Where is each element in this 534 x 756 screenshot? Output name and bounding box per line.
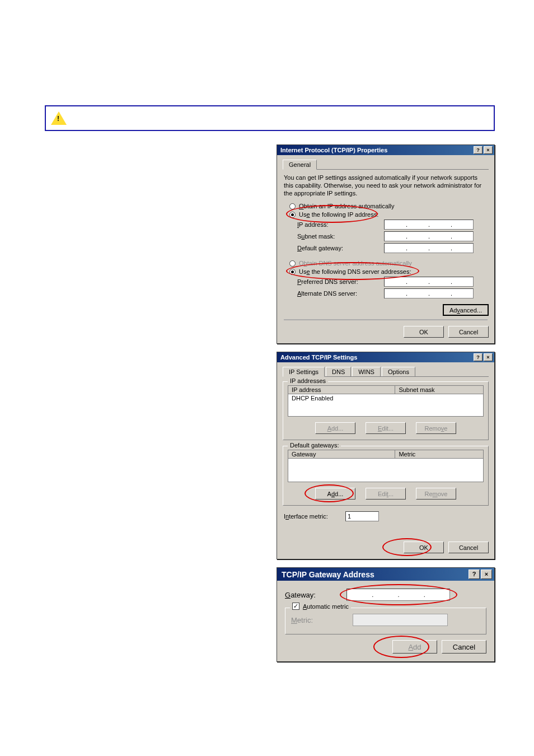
tcpip-properties-dialog: Internet Protocol (TCP/IP) Properties ? … <box>277 144 495 344</box>
ok-button[interactable]: OK <box>404 326 444 338</box>
gw-remove-button: Remove <box>416 488 456 500</box>
ok-button[interactable]: OK <box>404 542 444 553</box>
warning-icon <box>50 110 67 127</box>
label-interface-metric: Interface metric: <box>284 513 345 520</box>
col-subnet-mask: Subnet mask <box>395 386 483 394</box>
gw-edit-button: Edit... <box>366 488 406 500</box>
tab-general[interactable]: General <box>283 160 317 170</box>
dialog1-description: You can get IP settings assigned automat… <box>284 174 488 197</box>
cancel-button[interactable]: Cancel <box>442 640 486 654</box>
dialog1-title: Internet Protocol (TCP/IP) Properties <box>280 147 387 153</box>
input-preferred-dns[interactable]: ... <box>384 277 474 287</box>
label-subnet-mask: Subnet mask: <box>297 233 384 240</box>
radio-use-following-dns[interactable] <box>289 269 296 275</box>
input-alternate-dns[interactable]: ... <box>384 288 474 298</box>
label-obtain-ip-auto: OObtain an IP address automaticallybtain… <box>299 203 394 209</box>
dialog3-titlebar: TCP/IP Gateway Address ? × <box>277 568 494 581</box>
help-icon[interactable]: ? <box>469 570 480 579</box>
warning-bar <box>45 105 495 131</box>
gw-add-button[interactable]: Add... <box>315 488 355 500</box>
gateway-address-dialog: TCP/IP Gateway Address ? × Gateway: ... … <box>277 567 495 662</box>
radio-use-following-ip[interactable] <box>289 212 296 218</box>
input-ip-address[interactable]: ... <box>384 220 474 230</box>
advanced-tcpip-dialog: Advanced TCP/IP Settings ? × IP Settings… <box>277 352 495 559</box>
radio-obtain-ip-auto[interactable] <box>289 203 296 209</box>
dialog3-title: TCP/IP Gateway Address <box>282 570 374 579</box>
input-metric <box>353 614 448 626</box>
input-default-gateway[interactable]: ... <box>384 243 474 253</box>
help-icon[interactable]: ? <box>474 146 483 154</box>
add-button[interactable]: Add <box>392 640 437 654</box>
close-icon[interactable]: × <box>481 570 492 579</box>
checkbox-automatic-metric[interactable] <box>292 603 299 610</box>
label-alternate-dns: Alternate DNS server: <box>297 290 384 297</box>
dialog2-titlebar: Advanced TCP/IP Settings ? × <box>277 352 494 362</box>
input-interface-metric[interactable] <box>345 511 379 521</box>
label-use-following-ip: Use the following IP address: <box>299 211 378 218</box>
close-icon[interactable]: × <box>484 146 493 154</box>
ip-add-button: Add... <box>315 422 355 434</box>
help-icon[interactable]: ? <box>474 353 483 361</box>
close-icon[interactable]: × <box>484 353 493 361</box>
label-ip-address: IP address: <box>297 221 384 228</box>
label-gateway: Gateway: <box>285 591 346 599</box>
col-metric: Metric <box>395 450 483 458</box>
dialog1-titlebar: Internet Protocol (TCP/IP) Properties ? … <box>277 145 494 155</box>
dialog2-title: Advanced TCP/IP Settings <box>280 354 357 361</box>
label-automatic-metric: Automatic metric <box>303 603 349 610</box>
group-ip-addresses: IP addresses <box>288 377 328 384</box>
tab-options[interactable]: Options <box>382 367 415 376</box>
label-metric: Metric: <box>291 616 353 624</box>
col-ip-address: IP address <box>288 386 395 394</box>
input-subnet-mask[interactable]: ... <box>384 231 474 241</box>
ip-remove-button: Remove <box>416 422 456 434</box>
label-preferred-dns: Preferred DNS server: <box>297 278 384 285</box>
ip-edit-button: Edit... <box>366 422 406 434</box>
tab-ip-settings[interactable]: IP Settings <box>283 367 325 377</box>
input-gateway[interactable]: ... <box>346 589 450 601</box>
label-obtain-dns-auto: Obtain DNS server address automatically <box>299 260 412 267</box>
tab-wins[interactable]: WINS <box>352 367 381 376</box>
list-item: DHCP Enabled <box>288 394 483 402</box>
gateways-list[interactable]: Gateway Metric <box>288 450 484 482</box>
advanced-button[interactable]: Advanced... <box>443 304 489 316</box>
ip-addresses-list[interactable]: IP address Subnet mask DHCP Enabled <box>288 385 484 417</box>
label-default-gateway: Default gateway: <box>297 245 384 251</box>
label-use-following-dns: Use the following DNS server addresses: <box>299 268 411 275</box>
tab-dns[interactable]: DNS <box>326 367 351 376</box>
cancel-button[interactable]: Cancel <box>448 326 489 338</box>
cancel-button[interactable]: Cancel <box>448 542 489 553</box>
group-gateways: Default gateways: <box>288 442 341 449</box>
radio-obtain-dns-auto <box>289 260 296 267</box>
col-gateway: Gateway <box>288 450 395 458</box>
